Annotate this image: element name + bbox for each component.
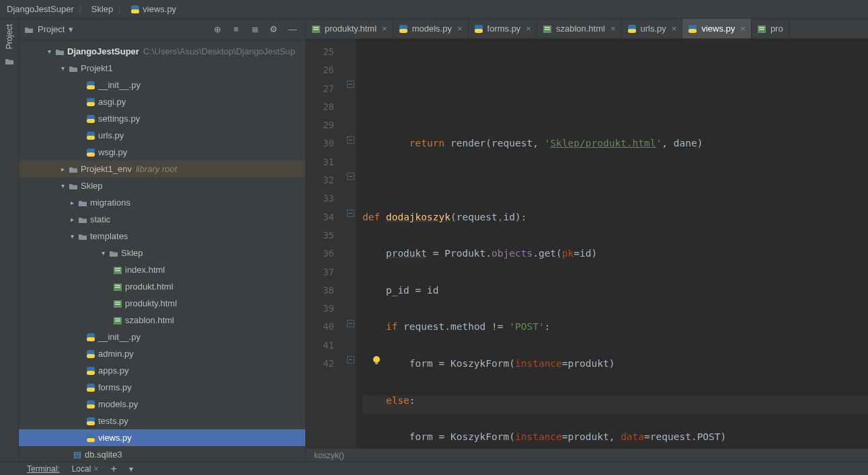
- fold-marker[interactable]: −: [347, 173, 354, 180]
- tree-file[interactable]: produkt.html: [19, 278, 305, 295]
- python-icon: [474, 24, 483, 34]
- html-icon: [311, 24, 321, 34]
- add-terminal-icon[interactable]: +: [110, 463, 116, 475]
- tree-file[interactable]: wsgi.py: [19, 144, 305, 161]
- tree-file[interactable]: szablon.html: [19, 312, 305, 329]
- python-icon: [86, 417, 95, 426]
- fold-marker[interactable]: −: [347, 81, 354, 88]
- close-tab-icon[interactable]: ×: [672, 24, 677, 34]
- python-icon: [86, 433, 95, 443]
- tree-folder-sklep2[interactable]: ▾Sklep: [19, 245, 305, 261]
- dropdown-icon[interactable]: ▾: [129, 464, 133, 474]
- close-tab-icon[interactable]: ×: [457, 24, 463, 34]
- project-panel: Project ▾ ⊕ ≡ ≣ ⚙ — ▾ DjangoJestSuper C:…: [19, 19, 306, 462]
- fold-marker[interactable]: −: [347, 136, 354, 144]
- close-tab-icon[interactable]: ×: [610, 24, 616, 34]
- folder-icon: [78, 216, 87, 224]
- tree-root[interactable]: ▾ DjangoJestSuper C:\Users\Asus\Desktop\…: [19, 43, 305, 60]
- settings-icon[interactable]: ⚙: [266, 22, 281, 37]
- editor-tab[interactable]: views.py×: [682, 19, 751, 38]
- tree-file[interactable]: settings.py: [19, 110, 305, 127]
- breadcrumb-folder[interactable]: Sklep: [91, 4, 114, 14]
- tree-file[interactable]: index.html: [19, 261, 305, 278]
- editor-tab[interactable]: models.py×: [393, 19, 469, 38]
- tree-folder-projekt1[interactable]: ▾Projekt1: [19, 60, 305, 77]
- tree-file[interactable]: models.py: [19, 396, 305, 413]
- hide-icon[interactable]: —: [285, 22, 300, 37]
- python-icon: [627, 24, 637, 34]
- tree-file[interactable]: __init__.py: [19, 77, 305, 93]
- breadcrumb-file[interactable]: views.py: [130, 4, 176, 14]
- breadcrumb-sep: 〉: [117, 3, 126, 15]
- editor-tab[interactable]: produkty.html×: [306, 19, 393, 38]
- dropdown-icon[interactable]: ▾: [69, 24, 73, 34]
- python-icon: [86, 148, 95, 157]
- python-icon: [86, 333, 95, 342]
- html-icon: [113, 316, 122, 325]
- python-icon: [399, 24, 408, 34]
- tree-file[interactable]: admin.py: [19, 345, 305, 362]
- python-icon: [86, 383, 95, 392]
- python-icon: [86, 400, 95, 409]
- fold-marker[interactable]: −: [347, 356, 354, 363]
- tree-file[interactable]: produkty.html: [19, 295, 305, 312]
- folder-icon: [78, 232, 87, 241]
- structure-icon[interactable]: [5, 57, 14, 65]
- tree-file[interactable]: __init__.py: [19, 329, 305, 345]
- fold-gutter: − − − − − −: [346, 39, 356, 448]
- tree-folder-sklep[interactable]: ▾Sklep: [19, 177, 305, 194]
- editor-area: produkty.html×models.py×forms.py×szablon…: [306, 19, 868, 462]
- project-icon: [24, 26, 34, 34]
- terminal-tool[interactable]: Terminal:: [27, 464, 60, 474]
- close-icon[interactable]: ×: [93, 464, 98, 474]
- html-icon: [113, 282, 122, 292]
- tree-file[interactable]: apps.py: [19, 362, 305, 379]
- terminal-local-tab[interactable]: Local ×: [72, 464, 99, 474]
- project-tree[interactable]: ▾ DjangoJestSuper C:\Users\Asus\Desktop\…: [19, 40, 305, 462]
- tree-file[interactable]: asgi.py: [19, 93, 305, 110]
- tree-folder-static[interactable]: ▸static: [19, 211, 305, 228]
- expand-icon[interactable]: ≡: [229, 22, 243, 37]
- folder-icon: [69, 165, 78, 173]
- breadcrumb-root[interactable]: DjangoJestSuper: [7, 4, 74, 14]
- project-tool-tab[interactable]: Project: [5, 24, 14, 49]
- close-tab-icon[interactable]: ×: [526, 24, 531, 34]
- tree-file[interactable]: forms.py: [19, 379, 305, 396]
- html-icon: [113, 299, 122, 308]
- tree-folder-templates[interactable]: ▾templates: [19, 228, 305, 245]
- editor-status-line: koszyk(): [306, 448, 868, 462]
- tree-file[interactable]: urls.py: [19, 127, 305, 144]
- fold-marker[interactable]: −: [347, 320, 354, 327]
- html-icon: [113, 265, 122, 275]
- python-icon: [688, 24, 697, 34]
- locate-icon[interactable]: ⊕: [210, 22, 225, 37]
- python-icon: [86, 349, 95, 359]
- bottom-toolbar: Terminal: Local × + ▾: [0, 462, 868, 475]
- tree-folder-env[interactable]: ▸Projekt1_envlibrary root: [19, 161, 305, 177]
- folder-icon: [69, 182, 78, 190]
- folder-icon: [69, 64, 78, 73]
- close-tab-icon[interactable]: ×: [740, 24, 746, 34]
- collapse-icon[interactable]: ≣: [247, 22, 262, 37]
- breadcrumb-sep: 〉: [78, 3, 87, 15]
- editor-tab[interactable]: pro: [752, 19, 789, 38]
- editor-tab[interactable]: szablon.html×: [537, 19, 622, 38]
- folder-icon: [78, 199, 87, 207]
- left-gutter-tabs: Project: [0, 19, 19, 462]
- python-icon: [86, 366, 95, 376]
- folder-icon: [55, 48, 65, 56]
- python-icon: [86, 114, 95, 124]
- tree-file-db[interactable]: ▤db.sqlite3: [19, 446, 305, 462]
- close-tab-icon[interactable]: ×: [382, 24, 387, 34]
- breadcrumb: DjangoJestSuper 〉 Sklep 〉 views.py: [0, 0, 868, 19]
- tree-file-views[interactable]: views.py: [19, 429, 305, 446]
- editor-tab[interactable]: forms.py×: [469, 19, 537, 38]
- breadcrumb-function[interactable]: koszyk(): [314, 451, 344, 460]
- fold-marker[interactable]: −: [347, 210, 354, 217]
- html-icon: [543, 24, 552, 34]
- tree-file[interactable]: tests.py: [19, 413, 305, 429]
- tree-folder-migrations[interactable]: ▸migrations: [19, 194, 305, 211]
- editor-tab[interactable]: urls.py×: [622, 19, 683, 38]
- code-editor[interactable]: return render(request, 'Sklep/produkt.ht…: [356, 39, 868, 448]
- python-icon: [86, 81, 95, 90]
